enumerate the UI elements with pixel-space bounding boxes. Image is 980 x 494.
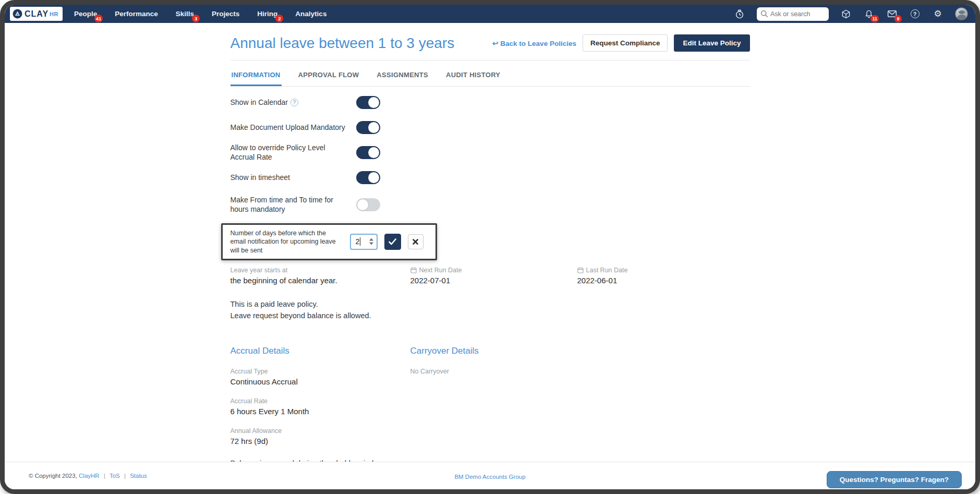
demo-accounts-group-link[interactable]: BM Demo Accounts Group	[454, 474, 525, 480]
number-stepper[interactable]	[369, 238, 373, 245]
clayhr-logo[interactable]: CLAY HR	[10, 7, 63, 21]
people-count-badge: 41	[94, 15, 103, 22]
toggle-row-show-in-timesheet: Show in timesheet	[231, 165, 750, 190]
top-navbar: CLAY HR People 41 Performance Skills 3 P…	[5, 5, 975, 23]
from-to-time-mandatory-toggle[interactable]	[356, 198, 380, 211]
back-to-leave-policies-link[interactable]: ↩ Back to Leave Policies	[492, 39, 576, 47]
confirm-button[interactable]	[384, 234, 401, 250]
settings-gear-icon[interactable]: ⚙	[932, 8, 943, 20]
accrual-details: Accrual Details Accrual Type Continuous …	[231, 346, 410, 467]
tab-audit-history[interactable]: AUDIT HISTORY	[445, 69, 501, 86]
toggle-label: Show in Calendar	[231, 98, 288, 107]
nav-right-icons: 11 9 ? ⚙	[734, 7, 968, 21]
messages-count-badge: 9	[894, 15, 902, 22]
leave-year-field: Leave year starts at the beginning of ca…	[231, 267, 410, 285]
accrual-type-label: Accrual Type	[231, 368, 410, 375]
help-icon[interactable]: ?	[909, 8, 921, 20]
page-title: Annual leave between 1 to 3 years	[231, 35, 455, 52]
toggle-settings: Show in Calendar ? Make Document Upload …	[231, 90, 750, 219]
last-run-label: Last Run Date	[586, 267, 628, 274]
tos-link[interactable]: ToS	[110, 473, 120, 479]
search-icon	[760, 10, 768, 20]
calendar-help-icon[interactable]: ?	[291, 99, 298, 106]
beyond-balance-line: Leave request beyond balance is allowed.	[231, 310, 750, 321]
accrual-rate-value: 6 hours Every 1 Month	[231, 407, 410, 416]
run-info-row: Leave year starts at the beginning of ca…	[231, 267, 750, 285]
text-caret	[360, 237, 360, 246]
show-in-timesheet-toggle[interactable]	[356, 171, 380, 184]
notification-days-editor: Number of days before which the email no…	[221, 223, 437, 260]
request-compliance-button[interactable]: Request Compliance	[583, 34, 668, 52]
messages-envelope-icon[interactable]: 9	[886, 8, 898, 20]
close-icon	[413, 239, 418, 245]
toggle-label: Show in timesheet	[231, 173, 290, 182]
accrual-rate-field: Accrual Rate 6 hours Every 1 Month	[231, 397, 410, 416]
clayhr-link[interactable]: ClayHR	[79, 473, 100, 479]
copyright-text: © Copyright 2023, ClayHR | ToS | Status	[29, 473, 147, 479]
brand-hr: HR	[50, 11, 58, 17]
tab-assignments[interactable]: ASSIGNMENTS	[376, 69, 429, 86]
toggle-row-override-accrual: Allow to override Policy Level Accrual R…	[231, 140, 750, 165]
nav-item-performance[interactable]: Performance	[115, 10, 158, 18]
last-run-field: Last Run Date 2022-06-01	[577, 267, 750, 285]
toggle-row-document-upload: Make Document Upload Mandatory	[231, 115, 750, 140]
cancel-button[interactable]	[408, 234, 424, 249]
learning-cube-icon[interactable]	[840, 8, 852, 20]
nav-item-projects[interactable]: Projects	[212, 10, 239, 18]
stepper-up-icon[interactable]	[369, 238, 373, 241]
calendar-icon	[410, 267, 417, 273]
status-link[interactable]: Status	[130, 473, 147, 479]
last-run-value: 2022-06-01	[577, 276, 750, 285]
toggle-label: Allow to override Policy Level Accrual R…	[231, 143, 348, 162]
check-icon	[389, 238, 396, 245]
notification-days-label: Number of days before which the email no…	[231, 229, 343, 255]
nav-item-people[interactable]: People 41	[74, 10, 97, 18]
annual-allowance-label: Annual Allowance	[231, 427, 410, 435]
back-arrow-icon: ↩	[492, 40, 498, 47]
stepper-down-icon[interactable]	[369, 243, 373, 245]
header-divider	[231, 60, 750, 61]
next-run-value: 2022-07-01	[410, 276, 577, 285]
next-run-field: Next Run Date 2022-07-01	[410, 267, 577, 285]
toggle-label: Make From time and To time for hours man…	[231, 195, 348, 214]
edit-leave-policy-button[interactable]: Edit Leave Policy	[674, 34, 749, 52]
toggle-row-from-to-time: Make From time and To time for hours man…	[231, 190, 750, 219]
paid-policy-line: This is a paid leave policy.	[231, 298, 750, 310]
leave-year-value: the beginning of calendar year.	[231, 276, 410, 285]
annual-allowance-field: Annual Allowance 72 hrs (9d)	[231, 427, 410, 445]
carryover-details-heading: Carryover Details	[410, 346, 750, 356]
policy-notes: This is a paid leave policy. Leave reque…	[231, 298, 750, 322]
document-upload-mandatory-toggle[interactable]	[356, 121, 380, 134]
nav-item-skills[interactable]: Skills 3	[176, 10, 194, 18]
notifications-bell-icon[interactable]: 11	[863, 8, 875, 20]
user-avatar[interactable]	[955, 7, 968, 20]
time-clock-icon[interactable]	[734, 8, 745, 20]
carryover-details: Carryover Details No Carryover	[410, 346, 750, 467]
nav-item-analytics[interactable]: Analytics	[295, 10, 326, 18]
leave-year-label: Leave year starts at	[231, 267, 410, 274]
app-window: CLAY HR People 41 Performance Skills 3 P…	[0, 0, 980, 494]
accrual-type-value: Continuous Accrual	[231, 377, 410, 386]
search-box	[757, 7, 829, 21]
tab-approval-flow[interactable]: APPROVAL FLOW	[297, 69, 360, 86]
show-in-calendar-toggle[interactable]	[356, 96, 380, 109]
annual-allowance-value: 72 hrs (9d)	[231, 437, 410, 445]
nav-item-hiring[interactable]: Hiring 2	[257, 10, 277, 18]
page-header: Annual leave between 1 to 3 years ↩ Back…	[231, 34, 750, 52]
main-content: Annual leave between 1 to 3 years ↩ Back…	[231, 23, 750, 467]
override-accrual-rate-toggle[interactable]	[356, 146, 380, 159]
brand-clay: CLAY	[25, 9, 49, 19]
questions-help-button[interactable]: Questions? Preguntas? Fragen?	[827, 471, 962, 488]
notification-days-input[interactable]: 2	[350, 234, 378, 250]
header-actions: ↩ Back to Leave Policies Request Complia…	[492, 34, 749, 52]
nav-menu: People 41 Performance Skills 3 Projects …	[74, 10, 326, 18]
tab-information[interactable]: INFORMATION	[231, 69, 282, 86]
next-run-label: Next Run Date	[419, 267, 462, 274]
accrual-type-field: Accrual Type Continuous Accrual	[231, 368, 410, 386]
footer: © Copyright 2023, ClayHR | ToS | Status …	[5, 462, 975, 489]
tab-bar: INFORMATION APPROVAL FLOW ASSIGNMENTS AU…	[231, 69, 750, 87]
accrual-rate-label: Accrual Rate	[231, 397, 410, 405]
calendar-icon	[577, 267, 584, 273]
notifications-count-badge: 11	[870, 15, 879, 22]
accrual-details-heading: Accrual Details	[231, 346, 410, 356]
